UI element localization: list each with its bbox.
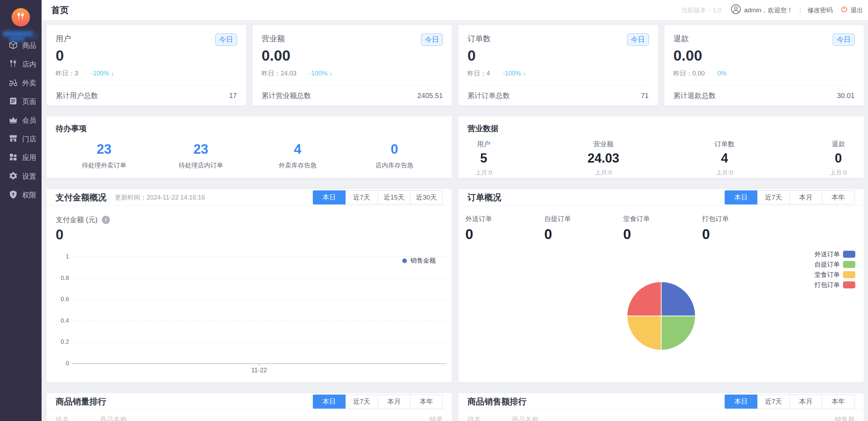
tab-month[interactable]: 本月 [378,395,410,409]
logout-label: 退出 [850,6,863,14]
sales-rank-tabs: 本日 近7天 本月 本年 [313,395,443,409]
stat-value: 0 [56,47,237,64]
rank-table-header: 排名 商品名称 销售额 [458,415,864,421]
sales-rank-title: 商品销量排行 [56,396,106,407]
today-badge: 今日 [627,33,649,46]
stat-card-refunds: 退款 今日 0.00 昨日：0.000% 累计退款总数30.01 [664,25,864,105]
legend-dot [402,258,407,263]
orders-range-tabs: 本日 近7天 本月 本年 [725,190,855,205]
sidebar-item-apps[interactable]: 应用 [0,148,42,167]
payment-overview-card: 支付金额概况 更新时间：2024-11-22 14:16:16 本日 近7天 近… [46,189,452,382]
pie-legend: 外送订单 自提订单 堂食订单 打包订单 [814,249,855,290]
order-stat-dinein: 堂食订单 0 [623,214,702,242]
page-icon [8,96,18,107]
page-title: 首页 [51,4,69,16]
tab-today[interactable]: 本日 [313,190,346,205]
y-tick: 1 [56,253,69,260]
user-menu[interactable]: admin，欢迎您！ [731,4,793,16]
col-rank: 排名 [56,415,69,421]
power-icon [841,6,850,15]
order-overview-card: 订单概况 本日 近7天 本月 本年 外送订单 0 自提订单 0 堂 [458,189,864,382]
tab-30days[interactable]: 近30天 [410,190,443,205]
footer-label: 累计营业额总数 [262,91,311,100]
change-password-link[interactable]: 修改密码 [807,6,833,14]
x-axis-tick [259,364,260,366]
stat-value: 0.00 [674,47,855,64]
sidebar-item-settings[interactable]: 设置 [0,167,42,186]
sidebar: 商品 店内 外卖 页面 会员 门店 应用 设置 [0,0,42,421]
legend-swatch [843,251,855,258]
todo-item-takeout-stock[interactable]: 4 外卖库存告急 [249,142,346,170]
legend-swatch [843,261,855,268]
sidebar-menu: 商品 店内 外卖 页面 会员 门店 应用 设置 [0,36,42,205]
yesterday-label: 昨日：24.03 [262,70,297,77]
col-revenue: 销售额 [835,415,855,421]
business-item-users: 用户 5 上月:0 [475,140,492,177]
y-tick: 0.4 [56,317,69,324]
stat-cards-row: 用户 今日 0 昨日：3-100% ↓ 累计用户总数17 营业额 今日 0.00… [46,25,864,105]
stat-card-orders: 订单数 今日 0 昨日：4-100% ↓ 累计订单总数71 [458,25,658,105]
tab-7days[interactable]: 近7天 [345,190,378,205]
brand-name-blurred [3,30,39,43]
tab-15days[interactable]: 近15天 [378,190,410,205]
stat-card-users: 用户 今日 0 昨日：3-100% ↓ 累计用户总数17 [46,25,246,105]
business-item-orders: 订单数 4 上月:0 [714,140,734,177]
rank-table-header: 排名 商品名称 销量 [46,415,452,421]
tab-month[interactable]: 本月 [789,395,822,409]
legend-item-packed[interactable]: 打包订单 [814,280,855,290]
footer-value: 17 [229,92,237,100]
sidebar-item-label: 外卖 [22,78,36,88]
tab-year[interactable]: 本年 [822,190,855,205]
sidebar-item-stores[interactable]: 门店 [0,130,42,148]
legend-swatch [843,271,855,278]
charts-row: 支付金额概况 更新时间：2024-11-22 14:16:16 本日 近7天 近… [46,189,864,382]
order-stat-delivery: 外送订单 0 [465,214,544,242]
avatar-icon [731,4,744,16]
scooter-icon [8,78,18,89]
stat-title: 退款 [674,33,689,44]
footer-value: 2405.51 [417,92,443,100]
business-title: 营业数据 [467,123,855,134]
legend-item-delivery[interactable]: 外送订单 [814,249,855,259]
sidebar-item-instore[interactable]: 店内 [0,55,42,74]
y-tick: 0.8 [56,275,69,282]
legend-item-pickup[interactable]: 自提订单 [814,259,855,269]
revenue-rank-title: 商品销售额排行 [467,396,527,407]
main-content: 用户 今日 0 昨日：3-100% ↓ 累计用户总数17 营业额 今日 0.00… [42,20,868,421]
tab-7days[interactable]: 近7天 [345,395,378,409]
tab-today[interactable]: 本日 [313,395,346,409]
sidebar-item-label: 应用 [22,153,36,163]
y-tick: 0 [56,360,69,367]
order-type-pie[interactable] [627,282,695,350]
tab-7days[interactable]: 近7天 [757,190,790,205]
delta-value: 0% [718,70,727,77]
delta-value: -100% ↓ [503,70,526,77]
sidebar-item-pages[interactable]: 页面 [0,92,42,111]
todo-item-instore-orders[interactable]: 23 待处理店内订单 [153,142,249,170]
todo-item-takeout-orders[interactable]: 23 待处理外卖订单 [56,142,153,170]
logout-button[interactable]: 退出 [841,6,863,15]
app-logo[interactable] [12,8,30,26]
todo-item-instore-stock[interactable]: 0 店内库存告急 [346,142,443,170]
tab-7days[interactable]: 近7天 [757,395,790,409]
welcome-text: admin，欢迎您！ [744,6,793,14]
sidebar-item-members[interactable]: 会员 [0,111,42,130]
orders-title: 订单概况 [467,192,501,203]
tab-month[interactable]: 本月 [789,190,822,205]
info-icon[interactable]: i [102,216,110,224]
tab-year[interactable]: 本年 [410,395,443,409]
footer-value: 71 [641,92,649,100]
tab-today[interactable]: 本日 [725,190,757,205]
top-header: 首页 当前版本：1.0 admin，欢迎您！ | 修改密码 退出 [42,0,868,20]
delta-value: -100% ↓ [91,70,114,77]
legend-item-dinein[interactable]: 堂食订单 [814,269,855,280]
tab-today[interactable]: 本日 [725,395,757,409]
sales-amount-legend[interactable]: 销售金额 [402,257,436,264]
sidebar-item-label: 店内 [22,60,36,69]
yesterday-label: 昨日：3 [56,70,78,77]
sidebar-item-takeout[interactable]: 外卖 [0,74,42,92]
down-arrow-icon: ↓ [329,70,333,77]
sidebar-item-permissions[interactable]: 权限 [0,186,42,205]
tab-year[interactable]: 本年 [822,395,855,409]
payment-title: 支付金额概况 [56,192,106,203]
